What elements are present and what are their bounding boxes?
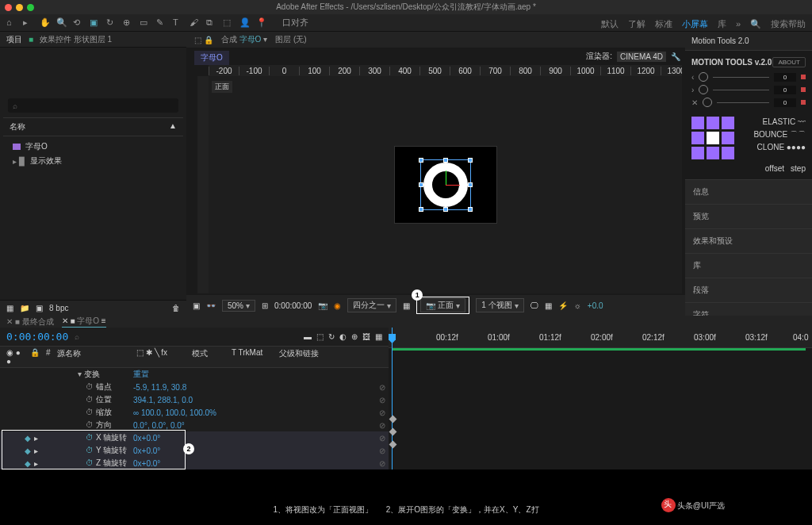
- canvas[interactable]: 正面: [209, 76, 682, 293]
- mt-about-button[interactable]: ABOUT: [772, 57, 806, 67]
- view-icon[interactable]: 🖵: [530, 301, 538, 310]
- tl-row[interactable]: ◆▸⏱Z 轴旋转0x+0.0°⊘: [0, 457, 389, 469]
- minimize-icon[interactable]: [16, 4, 23, 11]
- brush-tool-icon[interactable]: 🖌: [190, 17, 201, 29]
- rotate-tool-icon[interactable]: ↻: [106, 17, 117, 29]
- keyframe-icon[interactable]: [389, 428, 397, 436]
- effects-presets-panel[interactable]: 效果和预设: [685, 228, 812, 253]
- lock-icon[interactable]: ⬚ 🔒: [194, 36, 213, 44]
- mt-offset[interactable]: offset: [765, 164, 784, 173]
- col-name[interactable]: 源名称: [54, 348, 133, 366]
- pixel-icon[interactable]: ▦: [545, 301, 552, 310]
- bounding-box[interactable]: [420, 159, 471, 210]
- tl-tab-active[interactable]: ✕ ■ 字母O ≡: [62, 316, 106, 328]
- layer-tab[interactable]: 图层 (无): [275, 34, 306, 45]
- tl-icon[interactable]: 🖾: [362, 332, 370, 341]
- keyframe-icon[interactable]: [389, 441, 397, 449]
- tl-icon[interactable]: ⊕: [351, 332, 358, 341]
- zoom-tool-icon[interactable]: 🔍: [56, 17, 67, 29]
- tl-row[interactable]: ⏱位置394.1, 288.1, 0.0⊘: [0, 393, 389, 406]
- search-help[interactable]: 搜索帮助: [771, 18, 806, 30]
- tl-row[interactable]: ⏱方向0.0°, 0.0°, 0.0°⊘: [0, 419, 389, 431]
- mt-slider-row[interactable]: ›0: [691, 85, 806, 94]
- anchor-tool-icon[interactable]: ⊕: [123, 17, 134, 29]
- fast-icon[interactable]: ⚡: [558, 301, 568, 310]
- tl-icon[interactable]: ◐: [339, 332, 347, 341]
- project-item[interactable]: ▸ ▉显示效果: [3, 154, 183, 168]
- mt-anchor-grid[interactable]: [691, 117, 734, 159]
- tl-tab[interactable]: ✕ ■ 最终合成: [6, 316, 54, 328]
- keyframe-icon[interactable]: [389, 416, 397, 423]
- views-dropdown[interactable]: 1 个视图 ▾: [476, 298, 523, 312]
- mt-bounce[interactable]: BOUNCE ⌒⌒: [753, 128, 806, 141]
- tl-icon[interactable]: ▦: [375, 332, 382, 341]
- pin-tool-icon[interactable]: 📍: [256, 17, 267, 29]
- selection-tool-icon[interactable]: ▸: [23, 17, 34, 29]
- timecode[interactable]: 0:00:00:00: [6, 331, 68, 343]
- axis-gizmo[interactable]: [446, 185, 446, 186]
- project-item[interactable]: 字母O: [3, 140, 183, 154]
- folder-icon[interactable]: 📁: [20, 304, 29, 312]
- composition-preview[interactable]: [394, 146, 497, 224]
- tl-row[interactable]: ▾ 变换重置: [0, 368, 389, 381]
- zoom-dropdown[interactable]: 50% ▾: [222, 300, 255, 312]
- ws-small[interactable]: 小屏幕: [682, 18, 708, 30]
- time-ruler[interactable]: 00:12f 01:00f 01:12f 02:00f 02:12f 03:00…: [389, 328, 812, 348]
- mt-slider-row[interactable]: ✕0: [691, 98, 806, 107]
- work-area[interactable]: [392, 348, 806, 351]
- mask-icon[interactable]: ▣: [193, 301, 200, 310]
- aec-value[interactable]: +0.0: [588, 301, 603, 310]
- channel-icon[interactable]: ◉: [334, 301, 341, 310]
- orbit-tool-icon[interactable]: ⟲: [73, 17, 84, 29]
- project-search[interactable]: ⌕: [8, 98, 178, 113]
- name-header[interactable]: 名称: [10, 121, 25, 132]
- 3d-icon[interactable]: 👓: [206, 301, 216, 310]
- mt-clone[interactable]: CLONE ●●●●: [753, 141, 806, 154]
- window-controls[interactable]: [5, 4, 34, 11]
- eraser-tool-icon[interactable]: ⬚: [223, 17, 234, 29]
- effects-tab[interactable]: 效果控件 形状图层 1: [40, 34, 112, 45]
- tl-row[interactable]: ◆▸⏱X 轴旋转0x+0.0°⊘: [0, 431, 389, 444]
- search-icon[interactable]: ⌕: [75, 332, 79, 341]
- bin-icon[interactable]: ▦: [6, 304, 13, 312]
- col-parent[interactable]: 父级和链接: [276, 348, 322, 366]
- preview-panel[interactable]: 预览: [685, 204, 812, 228]
- col-trkmat[interactable]: T TrkMat: [228, 348, 276, 366]
- camera-tool-icon[interactable]: ▣: [90, 17, 101, 29]
- exposure-icon[interactable]: ☼: [574, 301, 581, 310]
- snapshot-icon[interactable]: 📷: [318, 301, 327, 310]
- tl-icon[interactable]: ▬: [304, 332, 312, 341]
- res-icon[interactable]: ⊞: [262, 301, 268, 310]
- stamp-tool-icon[interactable]: ⧉: [206, 17, 217, 29]
- roto-tool-icon[interactable]: 👤: [239, 17, 251, 29]
- view-dropdown[interactable]: 📷 正面 ▾: [420, 298, 465, 312]
- grid-icon[interactable]: ▦: [403, 301, 410, 310]
- info-panel[interactable]: 信息: [685, 179, 812, 204]
- ws-more[interactable]: »: [736, 19, 741, 29]
- ws-default[interactable]: 默认: [601, 18, 619, 30]
- tl-row[interactable]: ⏱缩放∞ 100.0, 100.0, 100.0%⊘: [0, 406, 389, 419]
- comp-tab[interactable]: 合成 字母O ▾: [221, 34, 267, 45]
- hand-tool-icon[interactable]: ✋: [40, 17, 51, 29]
- tl-row[interactable]: ◆▸⏱Y 轴旋转0x+0.0°⊘: [0, 444, 389, 457]
- motion-tools-header[interactable]: Motion Tools 2.0: [685, 32, 812, 51]
- text-tool-icon[interactable]: T: [173, 17, 184, 29]
- ws-standard[interactable]: 标准: [655, 18, 672, 30]
- sort-icon[interactable]: ▲: [169, 121, 177, 132]
- align-label[interactable]: 口对齐: [282, 17, 308, 29]
- tl-row[interactable]: ⏱锚点-5.9, 11.9, 30.8⊘: [0, 381, 389, 393]
- renderer-info[interactable]: 渲染器:CINEMA 4D🔧: [586, 51, 680, 62]
- mt-step[interactable]: step: [791, 164, 806, 173]
- rect-tool-icon[interactable]: ▭: [140, 17, 151, 29]
- time-display[interactable]: 0:00:00:00: [274, 301, 312, 310]
- close-icon[interactable]: [5, 4, 12, 11]
- tl-icon[interactable]: ⬚: [316, 332, 324, 341]
- comp-icon[interactable]: ▣: [36, 304, 43, 312]
- trash-icon[interactable]: 🗑: [172, 304, 180, 312]
- bpc-label[interactable]: 8 bpc: [49, 304, 68, 312]
- ws-lib[interactable]: 库: [718, 18, 726, 30]
- maximize-icon[interactable]: [27, 4, 34, 11]
- col-mode[interactable]: 模式: [189, 348, 228, 366]
- paragraph-panel[interactable]: 段落: [685, 278, 812, 302]
- tl-icon[interactable]: ↻: [328, 332, 335, 341]
